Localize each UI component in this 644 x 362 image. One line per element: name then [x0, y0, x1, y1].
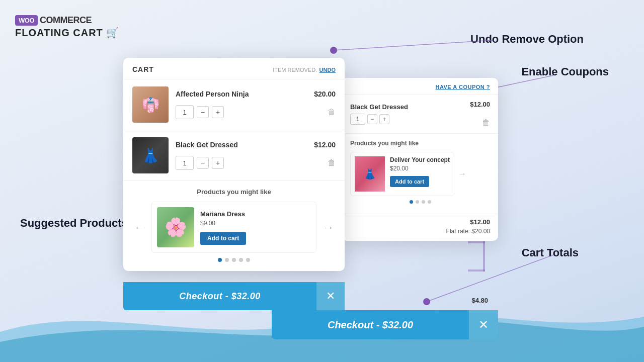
- shipping-label: Flat rate:: [446, 228, 470, 235]
- dot-5[interactable]: [246, 258, 250, 262]
- extra-charge: $4.80: [471, 297, 488, 304]
- cart-item-2-price: $12.00: [314, 141, 336, 153]
- cart-item-2-qty[interactable]: [176, 156, 194, 170]
- cart-item-1-plus[interactable]: +: [212, 106, 224, 118]
- coupon-link[interactable]: HAVE A COUPON ?: [342, 78, 498, 95]
- subtotal-row: $12.00: [350, 218, 490, 226]
- back-item-name: Black Get Dressed: [350, 103, 464, 111]
- cart-item-1-details: Affected Person Ninja $20.00 − + 🗑: [176, 90, 336, 119]
- cart-item-2-minus[interactable]: −: [197, 157, 209, 169]
- cart-item-1-price: $20.00: [314, 90, 336, 102]
- suggested-products-section: Products you might like ← 🌸 Mariana Dres…: [123, 181, 345, 271]
- back-dot-4[interactable]: [428, 200, 431, 204]
- front-cart-panel: CART ITEM REMOVED. UNDO 👘 Affected Perso…: [123, 58, 345, 271]
- add-to-cart-button[interactable]: Add to cart: [200, 232, 246, 245]
- dot-1[interactable]: [218, 258, 222, 262]
- back-cart-panel: HAVE A COUPON ? Black Get Dressed − + $1…: [342, 78, 498, 241]
- back-dot-3[interactable]: [422, 200, 425, 204]
- svg-rect-11: [483, 241, 485, 272]
- svg-rect-12: [468, 241, 485, 243]
- logo-area: WOO COMMERCE FLOATING CART 🛒: [15, 15, 119, 39]
- back-sugg-image: 👗: [355, 156, 385, 192]
- cart-totals-label: Cart Totals: [522, 246, 579, 259]
- back-sugg-price: $20.00: [390, 165, 450, 172]
- back-checkout-button[interactable]: Checkout - $32.00: [272, 319, 469, 331]
- cart-item-2-name: Black Get Dressed: [176, 141, 238, 149]
- cart-item-1-minus[interactable]: −: [197, 106, 209, 118]
- cart-item-2: 👗 Black Get Dressed $12.00 − + 🗑: [123, 130, 345, 181]
- undo-link[interactable]: UNDO: [319, 67, 336, 73]
- floating-cart-label: FLOATING CART: [15, 27, 103, 39]
- cart-header: CART ITEM REMOVED. UNDO: [123, 58, 345, 79]
- svg-rect-13: [468, 269, 485, 272]
- back-carousel-right-arrow[interactable]: →: [458, 169, 466, 178]
- back-suggested-section: Products you might like 👗 Deliver Your c…: [342, 134, 498, 214]
- suggested-product-price: $9.00: [200, 220, 311, 227]
- cart-item-2-image: 👗: [132, 137, 169, 173]
- back-qty-minus[interactable]: −: [367, 114, 377, 124]
- back-checkout-bar: Checkout - $32.00 ✕: [272, 310, 498, 339]
- suggested-section-title: Products you might like: [132, 188, 336, 196]
- back-carousel-dots: [350, 196, 490, 208]
- svg-point-0: [330, 47, 337, 54]
- suggested-card: 🌸 Mariana Dress $9.00 Add to cart: [151, 202, 316, 253]
- cart-totals-section: $12.00 Flat rate: $20.00: [342, 214, 498, 241]
- shipping-price: $20.00: [471, 228, 490, 235]
- svg-line-1: [334, 40, 493, 50]
- suggested-carousel: ← 🌸 Mariana Dress $9.00 Add to cart →: [132, 202, 336, 253]
- shipping-row: Flat rate: $20.00: [350, 228, 490, 235]
- undo-remove-label: Undo Remove Option: [470, 33, 584, 46]
- back-close-button[interactable]: ✕: [469, 310, 498, 339]
- subtotal-value: $12.00: [470, 218, 490, 226]
- dot-4[interactable]: [239, 258, 243, 262]
- woocommerce-logo: WOO COMMERCE: [15, 15, 119, 26]
- back-dot-1[interactable]: [410, 200, 413, 204]
- cart-item-1-trash[interactable]: 🗑: [328, 108, 336, 117]
- back-add-to-cart-btn[interactable]: Add to cart: [390, 176, 429, 187]
- floating-cart-title: FLOATING CART 🛒: [15, 27, 119, 39]
- suggested-products-label: Suggested Products: [20, 216, 128, 231]
- back-suggested-card: 👗 Deliver Your concept $20.00 Add to car…: [350, 152, 454, 196]
- woo-badge: WOO: [15, 15, 38, 26]
- dot-3[interactable]: [232, 258, 236, 262]
- cart-item-1-qty[interactable]: [176, 105, 194, 119]
- cart-item-1-qty-row: − + 🗑: [176, 105, 336, 119]
- cart-item-1-image: 👘: [132, 86, 169, 123]
- cart-icon-small: 🛒: [106, 27, 119, 39]
- commerce-text: COMMERCE: [40, 15, 92, 26]
- cart-item-1-name: Affected Person Ninja: [176, 90, 249, 98]
- back-suggested-title: Products you might like: [350, 140, 490, 147]
- back-qty-input[interactable]: [350, 114, 365, 125]
- cart-title: CART: [132, 65, 154, 73]
- carousel-left-arrow[interactable]: ←: [132, 220, 146, 235]
- back-dot-2[interactable]: [416, 200, 419, 204]
- cart-item-2-details: Black Get Dressed $12.00 − + 🗑: [176, 141, 336, 170]
- suggested-product-name: Mariana Dress: [200, 210, 311, 218]
- carousel-dots: [132, 253, 336, 264]
- back-item-price: $12.00: [470, 101, 490, 108]
- back-cart-item: Black Get Dressed − + $12.00 🗑: [342, 95, 498, 134]
- cart-item-2-plus[interactable]: +: [212, 157, 224, 169]
- back-qty-plus[interactable]: +: [379, 114, 389, 124]
- back-sugg-info: Deliver Your concept $20.00 Add to cart: [390, 156, 450, 187]
- cart-item-2-trash[interactable]: 🗑: [328, 158, 336, 167]
- front-close-button[interactable]: ✕: [316, 282, 345, 310]
- front-checkout-button[interactable]: Checkout - $32.00: [123, 291, 316, 302]
- carousel-right-arrow[interactable]: →: [321, 220, 336, 235]
- cart-item-1: 👘 Affected Person Ninja $20.00 − + 🗑: [123, 79, 345, 130]
- back-trash-icon[interactable]: 🗑: [482, 118, 490, 127]
- item-removed-notice: ITEM REMOVED. UNDO: [273, 65, 336, 74]
- suggested-card-image: 🌸: [157, 207, 194, 247]
- back-qty-row: − +: [350, 114, 464, 125]
- cart-item-2-qty-row: − + 🗑: [176, 156, 336, 170]
- enable-coupons-label: Enable Coupons: [521, 65, 609, 78]
- back-sugg-name: Deliver Your concept: [390, 156, 450, 163]
- front-checkout-bar: Checkout - $32.00 ✕: [123, 282, 345, 310]
- suggested-card-info: Mariana Dress $9.00 Add to cart: [200, 210, 311, 245]
- dot-2[interactable]: [225, 258, 229, 262]
- item-removed-text: ITEM REMOVED.: [273, 67, 317, 73]
